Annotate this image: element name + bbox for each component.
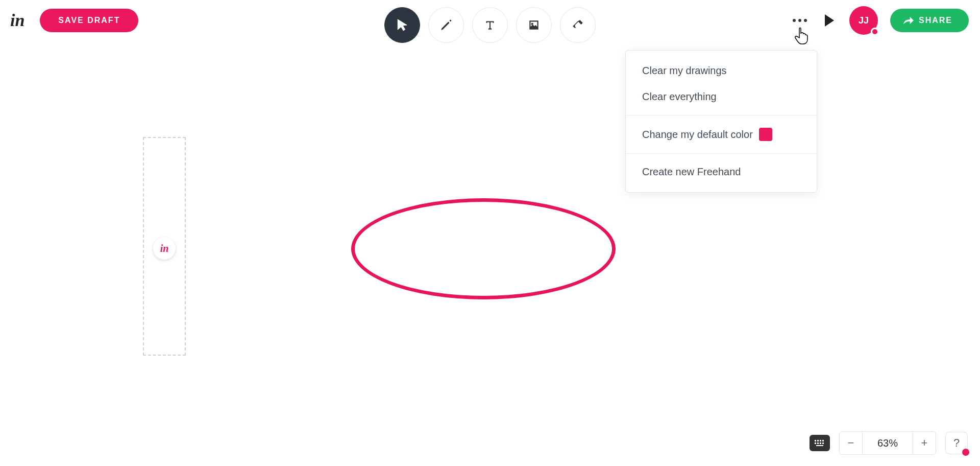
zoom-in-button[interactable]: + (913, 432, 936, 454)
tool-group (384, 7, 596, 43)
canvas-ellipse-drawing[interactable] (351, 198, 616, 299)
text-icon (483, 18, 497, 32)
menu-clear-everything[interactable]: Clear everything (626, 84, 817, 110)
menu-clear-my-drawings[interactable]: Clear my drawings (626, 58, 817, 84)
menu-create-new-freehand[interactable]: Create new Freehand (626, 159, 817, 185)
zoom-value[interactable]: 63% (862, 432, 913, 454)
more-menu-button[interactable] (790, 11, 810, 30)
eraser-tool-button[interactable] (560, 7, 596, 43)
help-notification-dot (962, 449, 969, 456)
avatar-initials: JJ (859, 15, 869, 26)
svg-rect-7 (822, 440, 824, 441)
menu-change-color-label: Change my default color (642, 129, 753, 141)
svg-rect-5 (817, 440, 819, 441)
image-tool-button[interactable] (516, 7, 552, 43)
present-button[interactable] (822, 13, 837, 28)
more-dots-icon (792, 18, 807, 23)
presence-dot (871, 28, 879, 36)
help-label: ? (953, 436, 960, 450)
play-icon (824, 14, 835, 27)
zoom-control: − 63% + (839, 431, 936, 455)
zoom-out-button[interactable]: − (840, 432, 862, 454)
svg-rect-6 (820, 440, 821, 441)
keyboard-icon (813, 438, 826, 448)
right-controls: JJ SHARE (790, 0, 969, 41)
pencil-icon (439, 18, 453, 32)
menu-separator-2 (626, 153, 817, 154)
more-dropdown: Clear my drawings Clear everything Chang… (625, 50, 817, 193)
svg-point-1 (798, 19, 801, 22)
menu-separator (626, 115, 817, 115)
svg-point-2 (804, 19, 807, 22)
pointer-icon (396, 18, 409, 32)
bottom-controls: − 63% + ? (810, 431, 968, 455)
svg-point-0 (793, 19, 796, 22)
save-draft-button[interactable]: SAVE DRAFT (40, 9, 138, 32)
eraser-icon (571, 18, 584, 32)
share-label: SHARE (919, 16, 952, 25)
pencil-tool-button[interactable] (428, 7, 464, 43)
canvas-invision-badge: in (153, 237, 176, 260)
menu-change-default-color[interactable]: Change my default color (626, 121, 817, 148)
default-color-swatch (759, 128, 772, 141)
help-button[interactable]: ? (945, 432, 968, 454)
share-button[interactable]: SHARE (890, 9, 969, 32)
svg-rect-9 (817, 442, 819, 444)
svg-rect-10 (820, 442, 821, 444)
svg-rect-4 (815, 440, 816, 441)
keyboard-button[interactable] (810, 435, 830, 451)
text-tool-button[interactable] (472, 7, 508, 43)
pointer-tool-button[interactable] (384, 7, 420, 43)
image-icon (527, 18, 541, 32)
svg-rect-8 (815, 442, 816, 444)
invision-logo: in (10, 11, 24, 30)
user-avatar[interactable]: JJ (849, 6, 878, 35)
svg-rect-12 (816, 445, 823, 446)
share-arrow-icon (902, 16, 914, 25)
svg-rect-11 (822, 442, 824, 444)
